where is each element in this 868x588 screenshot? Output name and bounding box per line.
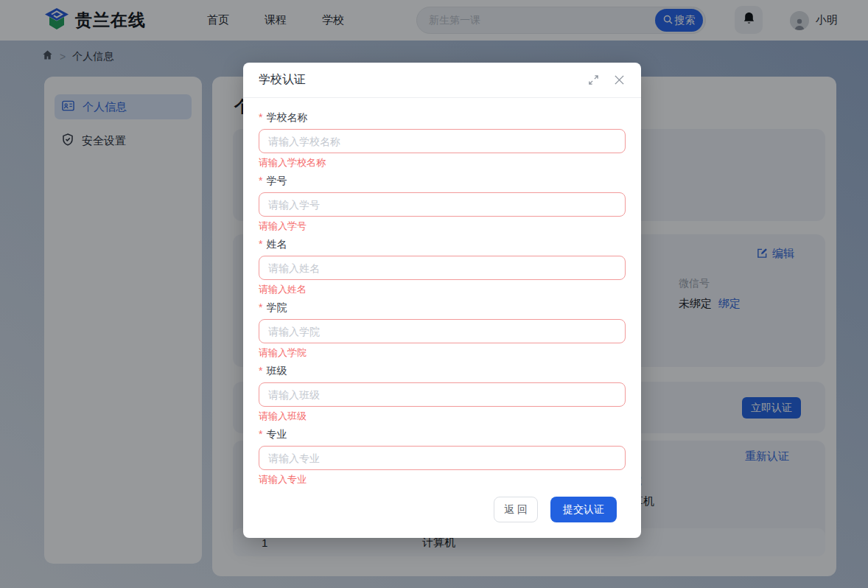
close-icon[interactable]	[613, 74, 626, 86]
submit-certification-button[interactable]: 提交认证	[550, 497, 617, 522]
required-asterisk: *	[259, 238, 262, 250]
page: 贵兰在线 首页 课程 学校 新生第一课 搜索 小明	[0, 0, 868, 588]
major-input[interactable]	[259, 446, 626, 470]
field-error: 请输入姓名	[259, 283, 626, 296]
school-name-input[interactable]	[259, 129, 626, 153]
required-asterisk: *	[259, 175, 262, 186]
form-item-class: *班级 请输入班级	[259, 363, 626, 423]
dialog-footer: 返 回 提交认证	[259, 490, 626, 522]
field-label: 姓名	[266, 238, 287, 250]
form-item-name: *姓名 请输入姓名	[259, 237, 626, 296]
back-button[interactable]: 返 回	[494, 497, 538, 522]
dialog-title: 学校认证	[259, 72, 574, 88]
name-input[interactable]	[259, 256, 626, 280]
form-item-school-name: *学校名称 请输入学校名称	[259, 110, 626, 169]
field-error: 请输入学院	[259, 346, 626, 360]
field-label: 班级	[266, 365, 287, 377]
form-item-college: *学院 请输入学院	[259, 300, 626, 360]
field-label: 专业	[266, 428, 287, 440]
required-asterisk: *	[259, 428, 262, 440]
required-asterisk: *	[259, 301, 262, 313]
dialog-body: *学校名称 请输入学校名称 *学号 请输入学号 *姓名 请输入姓名 *学院 请输…	[243, 98, 641, 522]
field-label: 学院	[266, 301, 287, 313]
field-error: 请输入学号	[259, 220, 626, 233]
field-error: 请输入班级	[259, 410, 626, 423]
field-label: 学号	[266, 175, 287, 186]
class-input[interactable]	[259, 382, 626, 407]
form-item-student-id: *学号 请输入学号	[259, 173, 626, 233]
required-asterisk: *	[259, 111, 262, 123]
school-certification-dialog: 学校认证 *学校名称 请输入学校名称 *学号 请输入学号 *姓名	[243, 63, 641, 538]
required-asterisk: *	[259, 365, 262, 377]
field-error: 请输入学校名称	[259, 156, 626, 169]
student-id-input[interactable]	[259, 192, 626, 217]
field-error: 请输入专业	[259, 473, 626, 486]
dialog-header: 学校认证	[243, 63, 641, 98]
form-item-major: *专业 请输入专业	[259, 427, 626, 486]
field-label: 学校名称	[266, 111, 307, 123]
fullscreen-icon[interactable]	[587, 74, 600, 86]
college-input[interactable]	[259, 319, 626, 343]
